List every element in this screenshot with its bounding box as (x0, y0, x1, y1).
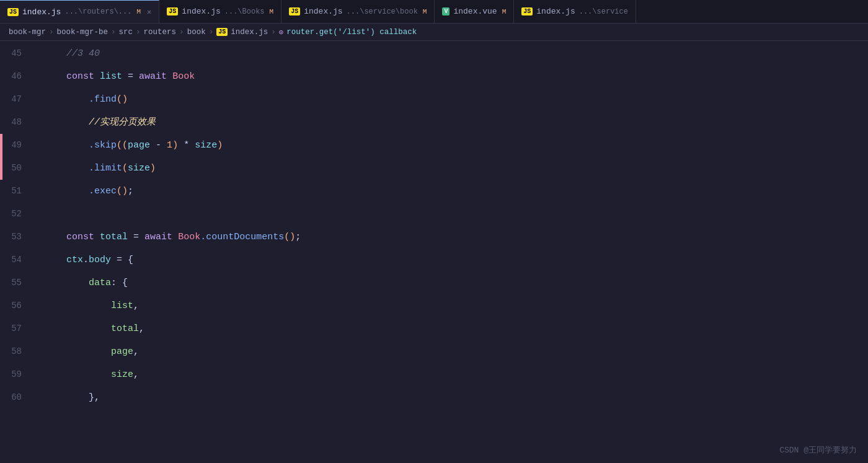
tab-close-button[interactable]: ✕ (147, 7, 151, 17)
code-line-56: 56 list, (0, 294, 868, 317)
line-content: size, (38, 364, 139, 386)
vue-icon: V (442, 7, 450, 15)
tab-badge: M (502, 8, 507, 15)
js-icon: JS (521, 7, 533, 15)
tab-filename: index.js (182, 7, 220, 16)
breadcrumb-func-icon: ⊙ (279, 27, 284, 37)
code-line-49: 49 .skip((page - 1) * size) (0, 134, 868, 157)
breadcrumb-sep: › (49, 28, 54, 37)
tab-badge: M (136, 8, 141, 15)
breadcrumb-sep: › (111, 28, 116, 37)
breadcrumb-sep: › (271, 28, 276, 37)
tab-index-js-routers[interactable]: JS index.js ...\routers\... M ✕ (0, 0, 159, 24)
line-number: 51 (0, 180, 34, 202)
line-content: //实现分页效果 (38, 112, 156, 134)
line-number: 50 (0, 157, 34, 179)
code-line-57: 57 total, (0, 317, 868, 340)
line-indicator (0, 157, 2, 180)
line-number: 54 (0, 249, 34, 271)
tab-bar: JS index.js ...\routers\... M ✕ JS index… (0, 0, 868, 24)
code-line-55: 55 data: { (0, 271, 868, 294)
breadcrumb-sep: › (179, 28, 184, 37)
breadcrumb-filename: index.js (231, 28, 268, 37)
tab-path: ...\Books (224, 7, 265, 16)
line-content: list, (38, 295, 139, 317)
code-line-59: 59 size, (0, 363, 868, 386)
breadcrumb-sep: › (136, 28, 141, 37)
tab-index-js-books[interactable]: JS index.js ...\Books M (159, 0, 281, 24)
tab-index-js-service[interactable]: JS index.js ...\service (514, 0, 636, 24)
line-number: 58 (0, 340, 34, 363)
code-line-60: 60 }, (0, 386, 868, 409)
line-number: 60 (0, 386, 34, 408)
tab-path: ...\routers\... (64, 7, 131, 16)
line-content: total, (38, 318, 144, 340)
line-content: .exec(); (38, 180, 133, 203)
watermark: CSDN @王同学要努力 (779, 444, 857, 456)
line-number: 45 (0, 42, 34, 64)
code-line-47: 47 .find() (0, 88, 868, 111)
breadcrumb-part-3: src (119, 28, 133, 37)
code-line-46: 46 const list = await Book (0, 65, 868, 88)
code-line-45: 45 //3 40 (0, 42, 868, 65)
code-line-52: 52 (0, 203, 868, 226)
tab-path: ...\service\book (347, 7, 418, 16)
breadcrumb-part-1: book-mgr (9, 28, 46, 37)
line-indicator (0, 134, 2, 157)
line-number: 47 (0, 88, 34, 110)
breadcrumb-js-icon: JS (216, 28, 228, 36)
line-content: const list = await Book (38, 66, 195, 88)
code-line-53: 53 const total = await Book.countDocumen… (0, 226, 868, 249)
line-content: .skip((page - 1) * size) (38, 134, 223, 157)
code-line-48: 48 //实现分页效果 (0, 111, 868, 134)
breadcrumb: book-mgr › book-mgr-be › src › routers ›… (0, 24, 868, 41)
breadcrumb-func-name: router.get('/list') callback (286, 28, 417, 37)
tab-path: ...\service (579, 7, 628, 16)
tab-filename: index.js (22, 7, 61, 17)
line-number: 59 (0, 363, 34, 386)
js-icon: JS (167, 7, 178, 15)
code-line-54: 54 ctx.body = { (0, 249, 868, 271)
js-icon: JS (289, 7, 300, 15)
breadcrumb-sep: › (209, 28, 214, 37)
line-number: 56 (0, 294, 34, 317)
code-lines: 45 //3 40 46 const list = await Book 47 … (0, 41, 868, 409)
line-content: page, (38, 341, 139, 363)
line-number: 52 (0, 203, 34, 225)
line-number: 46 (0, 65, 34, 87)
code-line-50: 50 .limit(size) (0, 157, 868, 180)
line-content: .limit(size) (38, 157, 156, 180)
line-number: 57 (0, 317, 34, 340)
line-content (38, 203, 50, 226)
line-content: //3 40 (38, 43, 100, 65)
line-number: 49 (0, 134, 34, 156)
editor-area: 45 //3 40 46 const list = await Book 47 … (0, 41, 868, 463)
tab-badge: M (423, 8, 427, 15)
line-content: }, (38, 387, 100, 409)
tab-filename: index.js (536, 7, 575, 16)
js-icon: JS (7, 8, 19, 16)
breadcrumb-part-5: book (187, 28, 206, 37)
line-number: 55 (0, 271, 34, 294)
line-number: 53 (0, 226, 34, 248)
line-content: ctx.body = { (38, 249, 133, 271)
tab-index-vue[interactable]: V index.vue M (435, 0, 514, 24)
breadcrumb-part-4: routers (144, 28, 177, 37)
tab-index-js-service-book[interactable]: JS index.js ...\service\book M (281, 0, 435, 24)
line-content: .find() (38, 89, 128, 111)
tab-badge: M (270, 8, 274, 15)
breadcrumb-part-2: book-mgr-be (57, 28, 108, 37)
tab-filename: index.vue (453, 7, 497, 16)
code-line-58: 58 page, (0, 340, 868, 363)
line-content: data: { (38, 272, 128, 294)
code-line-51: 51 .exec(); (0, 180, 868, 203)
line-content: const total = await Book.countDocuments(… (38, 226, 301, 249)
line-number: 48 (0, 111, 34, 133)
tab-filename: index.js (304, 7, 342, 16)
